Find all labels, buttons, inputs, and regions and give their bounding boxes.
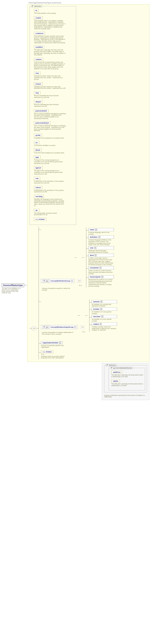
element-desc: An identifier of a concept with equivale… — [92, 304, 117, 307]
element-desc: A related concept, where the relationshi… — [92, 326, 117, 331]
attribute-name: role — [34, 177, 40, 180]
attribute-name: how — [34, 72, 40, 75]
attribute-xml-lang: xml:langSpecifies the language of this p… — [34, 195, 74, 206]
any-element-desc: Extension point for provider-defined pro… — [41, 356, 66, 359]
element-box[interactable]: broader+ — [92, 308, 117, 311]
attribute-name: whyuri — [34, 100, 42, 103]
concept-definition-group-row: grp ConceptDefinitionGroup − 0..∞ — [41, 228, 117, 288]
expand-icon[interactable]: + — [100, 323, 102, 325]
attribute-desc: The type of the concept assigned as a co… — [34, 159, 66, 164]
sequence-row: grp ConceptDefinitionGroup − 0..∞ — [30, 226, 147, 360]
attribute-name: custom — [34, 58, 43, 61]
element-desc: In NAR 1.8 and later, facet is deprecate… — [88, 257, 114, 265]
attribute-name: creator — [34, 16, 43, 20]
attribute-desc: One or many constraints that apply to pu… — [34, 113, 66, 120]
validity-group-box: grp timeValidityAttributes validfromThe … — [109, 368, 145, 390]
attribute-whyuri: whyuriWhy the metadata has been included… — [34, 100, 74, 107]
attribute-name: howuri — [34, 82, 42, 86]
attribute-name: xml:lang — [34, 195, 44, 198]
attribute-how: howIndicates by which means the value wa… — [34, 72, 74, 80]
extension-box: attributes idThe local identifier of the… — [27, 4, 149, 362]
attribute-desc: If the attribute is empty, specifies whi… — [34, 35, 66, 44]
crg-children: sameAs+An identifier of a concept with e… — [89, 300, 117, 332]
attribute-name: typeuri — [34, 166, 43, 170]
expand-icon[interactable]: + — [59, 342, 61, 344]
attribute-desc: A free-text value assigned as a property… — [34, 152, 66, 154]
diagram-root: PersonAffiliationType The type for an af… — [2, 2, 149, 400]
validity-attributes-box: attributes grp timeValidityAttributes va… — [104, 365, 147, 392]
main-column: FlexOrganisationPropType (extension) att… — [27, 2, 149, 400]
element-box[interactable]: hierarchyInfo+ — [88, 275, 114, 278]
element-narrower: narrower+An identifier of a more specifi… — [92, 315, 117, 322]
expand-icon[interactable]: + — [94, 247, 96, 249]
expand-icon[interactable]: + — [101, 276, 103, 278]
attribute-name: creatoruri — [34, 32, 45, 35]
attribute-name: qcode — [34, 134, 42, 137]
expand-icon[interactable]: + — [100, 308, 102, 310]
attribute-name: validfrom — [111, 370, 122, 374]
any-attribute: any ##other — [34, 218, 74, 221]
sequence-children: grp ConceptDefinitionGroup − 0..∞ — [39, 226, 117, 360]
expand-icon[interactable]: + — [95, 229, 97, 230]
attribute-desc: A URI which identifies a concept. — [34, 145, 66, 146]
element-box[interactable]: facet+ — [88, 254, 114, 257]
crg-desc: A group of properties to indicate relati… — [42, 332, 74, 335]
root-element: PersonAffiliationType The type for an af… — [2, 2, 24, 294]
choice-widget — [80, 326, 85, 329]
attribute-desc: The type of the concept assigned as a co… — [34, 170, 66, 175]
element-desc: Represents the position of a concept in … — [88, 279, 114, 287]
attribute-pubconstraint: pubconstraintOne or many constraints tha… — [34, 109, 74, 120]
element-sameAs: sameAs+An identifier of a concept with e… — [92, 300, 117, 307]
validity-group-title: grp timeValidityAttributes — [110, 367, 133, 369]
element-remoteInfo: remoteInfo+A link to an item or a web re… — [88, 266, 114, 275]
attribute-name: modified — [34, 46, 44, 49]
any-attr-box: any ##other — [34, 218, 46, 221]
attribute-typeuri: typeuriThe type of the concept assigned … — [34, 166, 74, 175]
attribute-validto: validtoThe date (and, optionally, the ti… — [111, 380, 143, 386]
element-desc: Additional natural language information … — [88, 250, 114, 253]
element-broader: broader+An identifier of a more generic … — [92, 308, 117, 314]
attribute-name: validto — [111, 380, 120, 383]
element-name: name+A natural language name for the con… — [88, 228, 114, 235]
attribute-desc: The local identifier of the property. — [34, 12, 66, 14]
expand-icon[interactable]: + — [101, 316, 103, 318]
element-box[interactable]: sameAs+ — [92, 300, 117, 303]
collapse-icon[interactable]: − — [74, 326, 76, 328]
attribute-why: whyWhy the metadata has been included - … — [34, 91, 74, 98]
expand-icon[interactable]: + — [98, 236, 100, 238]
root-type-desc: The type for an affliation of a person t… — [2, 288, 21, 294]
any-element-row: any ##other 0..∞ Extension point for pro… — [41, 350, 117, 359]
element-hierarchyInfo: hierarchyInfo+Represents the position of… — [88, 275, 114, 287]
concept-relationships-group-row: grp ConceptRelationshipsGroup − 0..∞ — [41, 300, 117, 332]
attribute-literal: literalA free-text value assigned as a p… — [34, 148, 74, 154]
collapse-icon[interactable]: − — [71, 280, 73, 282]
concept-definition-group-box[interactable]: grp ConceptDefinitionGroup − — [41, 279, 74, 283]
expand-icon[interactable]: + — [100, 301, 102, 302]
element-box[interactable]: name+ — [88, 228, 114, 231]
attribute-desc: Why the metadata has been included - exp… — [34, 104, 66, 107]
element-box[interactable]: definition+ — [88, 236, 114, 239]
attribute-name: dir — [34, 209, 39, 212]
attribute-desc: The date (and, optionally, the time) aft… — [111, 383, 143, 386]
validity-desc: A group of attributes expressing the tim… — [104, 394, 146, 398]
element-box[interactable]: note+ — [88, 246, 114, 250]
attribute-name: type — [34, 156, 40, 159]
organisation-details-box[interactable]: organisationDetails + — [41, 341, 62, 344]
expand-icon[interactable]: + — [99, 267, 101, 269]
element-note: note+Additional natural language informa… — [88, 246, 114, 253]
expand-icon[interactable]: + — [95, 254, 96, 256]
attribute-desc: A refinement of the semantics of the pro… — [34, 190, 66, 193]
element-box[interactable]: remoteInfo+ — [88, 266, 114, 269]
element-desc: An identifier of a more specific concept… — [92, 318, 117, 322]
attribute-desc: The directionality of textual content (e… — [34, 212, 66, 216]
element-box[interactable]: narrower+ — [92, 315, 117, 318]
element-related: related+A related concept, where the rel… — [92, 322, 117, 331]
attribute-roleuri: roleuriA refinement of the semantics of … — [34, 186, 74, 193]
cdg-desc: A group of properties required to define… — [42, 288, 71, 291]
attribute-dir: dirThe directionality of textual content… — [34, 209, 74, 216]
attribute-name: literal — [34, 148, 41, 152]
attribute-name: pubconstraint — [34, 109, 48, 112]
connector — [24, 285, 27, 285]
element-box[interactable]: related+ — [92, 322, 117, 326]
concept-relationships-group-box[interactable]: grp ConceptRelationshipsGroup − — [41, 325, 78, 329]
